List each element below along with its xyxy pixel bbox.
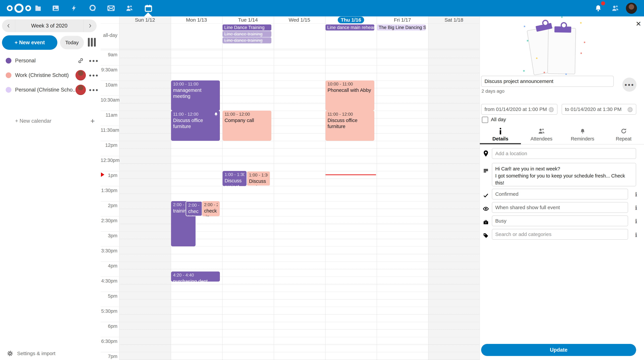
event-title-label: check-in [204,208,218,216]
half-hour-line [100,156,479,156]
all-day-event[interactable]: Line dance training [222,37,271,43]
status-select[interactable]: Confirmed [492,189,628,199]
all-day-event[interactable]: Line Dance Training [222,24,271,30]
calendar-event[interactable]: 1:00 - 1:30Discuss project announcement [222,171,246,186]
day-header[interactable]: Fri 1/17 [377,16,428,23]
half-hour-line [100,262,479,262]
active-tab-underline [480,143,521,144]
tab-details[interactable]: Details [480,128,521,144]
new-calendar-button[interactable]: + New calendar + [0,114,100,128]
status-info-icon[interactable]: i [633,191,640,198]
location-input[interactable] [492,148,636,159]
files-icon[interactable] [32,2,44,14]
all-day-event[interactable]: Line dance main rehearsal [326,24,374,30]
active-app-pointer [144,12,152,16]
calendar-actions-menu-icon[interactable]: ●●● [89,58,100,63]
calendar-list-item[interactable]: Work (Christine Schott)●●● [0,68,100,83]
column-divider [428,16,428,360]
quarter-hour-line [119,73,479,73]
half-hour-line [100,246,479,247]
week-label[interactable]: Week 3 of 2020 [15,19,84,32]
mail-icon[interactable] [105,2,117,14]
tab-reminders[interactable]: Reminders [562,128,603,144]
all-day-event[interactable]: The Big Line Dancing Show [377,24,426,30]
event-actions-menu-button[interactable]: ●●● [622,78,636,92]
talk-icon[interactable] [86,2,99,14]
day-header[interactable]: Mon 1/13 [171,16,222,23]
notification-dot [601,1,605,5]
calendar-event[interactable]: 4:20 - 4:40purchasing dept [171,272,220,282]
all-day-event[interactable]: Line dance training [222,31,271,37]
event-title-input[interactable] [481,76,614,87]
event-title-label: Company call [224,117,269,123]
timebusy-select[interactable]: Busy [492,216,628,226]
calendar-event[interactable]: 2:00 - 2:30check-in [186,201,202,216]
timezone-globe-icon[interactable] [548,107,554,114]
calendar-event[interactable]: 1:00 - 1:30Discuss project [246,171,270,186]
last-modified-label: 2 days ago [482,88,504,94]
share-link-icon[interactable] [76,55,86,66]
calendar-event[interactable]: 10:00 - 11:00management meeting [171,80,220,111]
activity-icon[interactable] [68,2,80,14]
visibility-select[interactable]: When shared show full event [492,202,628,213]
categories-input[interactable] [492,229,628,240]
event-title-label: Discuss project announcement [224,178,244,186]
nextcloud-calendar-app: Week 3 of 2020 + New event Today Persona… [0,0,644,360]
calendar-event[interactable]: 2:00 - 2:30check-in [202,201,220,216]
close-icon[interactable]: ✕ [634,19,643,28]
all-day-checkbox[interactable] [482,117,488,123]
time-label: 7pm [100,354,118,359]
visibility-info-icon[interactable]: i [633,204,640,211]
categories-info-icon[interactable]: i [633,232,640,238]
column-divider [119,16,120,360]
quarter-hour-line [119,284,479,284]
day-header[interactable]: Tue 1/14 [222,16,274,23]
today-button[interactable]: Today [60,36,84,49]
contacts-menu-icon[interactable] [609,2,622,14]
timezone-globe-icon[interactable] [627,107,633,114]
all-day-label: all-day [100,32,118,38]
calendar-event[interactable]: 11:00 - 12:00Discuss office furniture [171,111,220,141]
calendar-actions-menu-icon[interactable]: ●●● [89,73,100,78]
tab-repeat[interactable]: Repeat [603,128,644,144]
plus-icon: + [90,117,95,125]
day-header[interactable]: Wed 1/15 [274,16,325,23]
half-hour-line [100,80,479,81]
event-start-field[interactable]: from 01/14/2020 at 1:00 PM [481,104,558,115]
day-header[interactable]: Thu 1/16 [325,16,377,23]
half-hour-line [100,307,479,307]
nextcloud-logo[interactable] [5,3,33,14]
event-end-field[interactable]: to 01/14/2020 at 1:30 PM [562,104,636,115]
event-time-label: 11:00 - 12:00 [224,112,269,117]
update-button[interactable]: Update [481,344,636,356]
time-label: 11am [100,112,118,118]
notifications-bell-icon[interactable] [592,2,604,14]
tab-attendees[interactable]: Attendees [521,128,562,144]
calendar-event[interactable]: 10:00 - 11:00Phonecall with Abby [326,80,374,111]
calendar-event[interactable]: 11:00 - 12:00Discuss office furniture [326,111,374,141]
next-week-button[interactable] [84,19,96,32]
half-hour-line [100,171,479,171]
calendar-event[interactable]: 11:00 - 12:00Company call [222,111,271,141]
day-header[interactable]: Sun 1/12 [119,16,171,23]
view-switcher-icon[interactable] [88,38,96,46]
settings-import-button[interactable]: Settings & import [0,347,100,360]
all-day-label: All day [491,117,506,122]
event-title-label: purchasing dept [173,278,218,282]
calendar-list-item[interactable]: Personal●●● [0,53,100,68]
photos-icon[interactable] [50,2,62,14]
time-label: 6:30pm [100,339,118,344]
description-textarea[interactable]: Hi Carl! are you in next week? I got som… [492,163,636,186]
previous-week-button[interactable] [2,19,15,32]
time-label: 10:30am [100,97,118,103]
current-time-arrow [101,172,104,177]
calendar-list-item[interactable]: Personal (Christine Scho...●●● [0,82,100,97]
contacts-icon[interactable] [123,2,136,14]
user-avatar[interactable] [626,3,637,14]
quarter-hour-line [119,178,479,179]
half-hour-line [100,277,479,277]
new-event-button[interactable]: + New event [2,35,57,50]
day-header[interactable]: Sat 1/18 [428,16,480,23]
timebusy-info-icon[interactable]: i [633,218,640,225]
calendar-actions-menu-icon[interactable]: ●●● [89,87,100,92]
